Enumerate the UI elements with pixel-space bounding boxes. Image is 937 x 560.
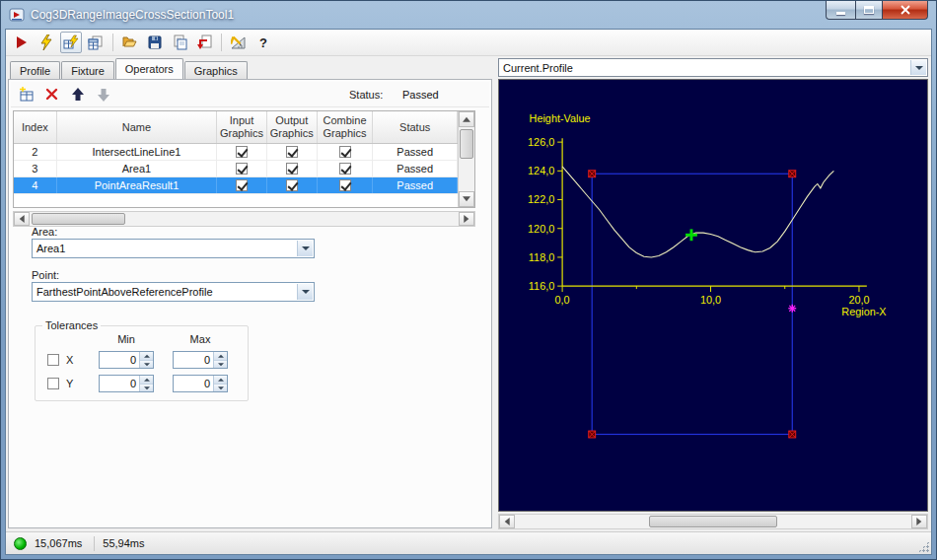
svg-text:122,0: 122,0 bbox=[528, 193, 554, 205]
svg-text:116,0: 116,0 bbox=[529, 280, 554, 292]
tolerance-x-checkbox[interactable] bbox=[47, 354, 59, 366]
scroll-left-button[interactable] bbox=[14, 212, 30, 226]
spin-up-icon[interactable] bbox=[214, 376, 227, 384]
column-header-output[interactable]: Output Graphics bbox=[267, 111, 318, 143]
electric-run-button[interactable] bbox=[60, 32, 82, 53]
display-selector-value: Current.Profile bbox=[503, 62, 573, 74]
spin-up-icon[interactable] bbox=[140, 376, 153, 384]
output-graphics-checkbox[interactable] bbox=[286, 163, 298, 175]
operators-page: Status: Passed Index Name Input Graphics… bbox=[8, 79, 492, 528]
help-button[interactable]: ? bbox=[252, 32, 274, 53]
grid-body: 2 IntersectLineLine1 Passed 3 Area1 bbox=[14, 144, 458, 207]
import-button[interactable] bbox=[193, 32, 215, 53]
display-selector[interactable]: Current.Profile bbox=[498, 58, 928, 77]
grid-row[interactable]: 3 Area1 Passed bbox=[14, 161, 458, 177]
combine-graphics-checkbox[interactable] bbox=[339, 146, 351, 158]
minimize-button[interactable] bbox=[826, 1, 855, 20]
svg-text:10,0: 10,0 bbox=[700, 294, 721, 306]
help-icon: ? bbox=[259, 35, 267, 50]
grid-row[interactable]: 2 IntersectLineLine1 Passed bbox=[14, 144, 458, 161]
svg-text:20,0: 20,0 bbox=[848, 294, 869, 306]
tolerance-x-max-spinner[interactable]: 0 bbox=[173, 351, 228, 369]
scrollbar-thumb[interactable] bbox=[460, 129, 473, 159]
run-status-led bbox=[14, 537, 27, 550]
toolbar-separator bbox=[112, 34, 113, 51]
scroll-up-button[interactable] bbox=[459, 111, 474, 127]
column-header-index[interactable]: Index bbox=[14, 111, 57, 143]
scroll-down-button[interactable] bbox=[459, 191, 474, 207]
chevron-down-icon[interactable] bbox=[910, 60, 926, 75]
svg-text:120,0: 120,0 bbox=[528, 223, 554, 235]
minimize-icon bbox=[836, 12, 845, 15]
spin-up-icon[interactable] bbox=[214, 352, 227, 360]
title-bar[interactable]: Cog3DRangeImageCrossSectionTool1 bbox=[1, 1, 936, 29]
move-down-button[interactable] bbox=[94, 85, 113, 105]
scrollbar-thumb[interactable] bbox=[649, 516, 777, 527]
paste-results-button[interactable] bbox=[169, 32, 190, 53]
point-combobox[interactable]: FarthestPointAboveReferenceProfile bbox=[32, 282, 315, 302]
chart-horizontal-scrollbar[interactable] bbox=[498, 514, 928, 529]
move-up-button[interactable] bbox=[68, 85, 88, 105]
tab-strip: Profile Fixture Operators Graphics bbox=[10, 59, 249, 79]
input-graphics-checkbox[interactable] bbox=[236, 146, 248, 158]
svg-text:Height-Value: Height-Value bbox=[530, 112, 591, 124]
grid-horizontal-scrollbar[interactable] bbox=[13, 211, 475, 227]
resize-grip[interactable] bbox=[918, 541, 929, 552]
spin-down-icon[interactable] bbox=[214, 360, 227, 368]
tolerances-title: Tolerances bbox=[42, 319, 101, 331]
tab-fixture[interactable]: Fixture bbox=[61, 61, 114, 79]
interactive-run-button[interactable] bbox=[36, 32, 57, 53]
scroll-left-button[interactable] bbox=[499, 515, 515, 528]
spin-down-icon[interactable] bbox=[140, 360, 153, 368]
scroll-right-button[interactable] bbox=[459, 212, 474, 226]
main-toolbar: ? bbox=[6, 30, 931, 56]
output-graphics-checkbox[interactable] bbox=[286, 146, 298, 158]
maximize-button[interactable] bbox=[855, 1, 883, 20]
grid-row[interactable]: 4 PointAreaResult1 Passed bbox=[14, 177, 458, 194]
spin-down-icon[interactable] bbox=[214, 384, 227, 391]
grid-vertical-scrollbar[interactable] bbox=[458, 111, 474, 207]
spin-up-icon[interactable] bbox=[140, 352, 153, 360]
setup-button[interactable] bbox=[228, 32, 250, 53]
svg-text:0,0: 0,0 bbox=[555, 294, 570, 306]
area-value: Area1 bbox=[36, 243, 65, 254]
svg-text:124,0: 124,0 bbox=[528, 165, 554, 176]
scrollbar-thumb[interactable] bbox=[32, 213, 125, 225]
spin-down-icon[interactable] bbox=[140, 384, 153, 391]
column-header-input[interactable]: Input Graphics bbox=[217, 111, 267, 143]
tolerance-y-checkbox[interactable] bbox=[47, 378, 59, 389]
tab-profile[interactable]: Profile bbox=[10, 61, 60, 79]
area-combobox[interactable]: Area1 bbox=[32, 239, 315, 258]
column-header-name[interactable]: Name bbox=[57, 111, 217, 143]
tab-graphics[interactable]: Graphics bbox=[184, 61, 248, 79]
run-button[interactable] bbox=[11, 32, 33, 53]
scroll-right-button[interactable] bbox=[911, 515, 927, 528]
tolerance-y-min-spinner[interactable]: 0 bbox=[99, 375, 154, 392]
combine-graphics-checkbox[interactable] bbox=[339, 179, 351, 191]
tolerance-x-min-spinner[interactable]: 0 bbox=[99, 351, 154, 369]
column-header-combine[interactable]: Combine Graphics bbox=[318, 111, 374, 143]
input-graphics-checkbox[interactable] bbox=[236, 179, 248, 191]
open-button[interactable] bbox=[119, 32, 141, 53]
tab-operators[interactable]: Operators bbox=[115, 58, 183, 79]
chevron-down-icon[interactable] bbox=[297, 241, 313, 256]
execution-time: 15,067ms bbox=[35, 537, 82, 549]
profile-chart-area[interactable]: 116,0118,0120,0122,0124,0126,00,010,020,… bbox=[498, 79, 928, 512]
add-operator-button[interactable] bbox=[17, 85, 36, 105]
profile-chart: 116,0118,0120,0122,0124,0126,00,010,020,… bbox=[499, 80, 927, 511]
results-grid-button[interactable] bbox=[85, 32, 107, 53]
tolerance-y-max-spinner[interactable]: 0 bbox=[173, 375, 228, 392]
column-header-status[interactable]: Status bbox=[373, 111, 458, 143]
tolerance-x-label: X bbox=[66, 354, 73, 366]
combine-graphics-checkbox[interactable] bbox=[339, 163, 351, 175]
status-value: Passed bbox=[402, 89, 439, 101]
delete-operator-button[interactable] bbox=[42, 85, 62, 105]
output-graphics-checkbox[interactable] bbox=[286, 179, 298, 191]
save-button[interactable] bbox=[144, 32, 166, 53]
close-button[interactable] bbox=[883, 1, 928, 20]
input-graphics-checkbox[interactable] bbox=[236, 163, 248, 175]
tool-window: Cog3DRangeImageCrossSectionTool1 ? bbox=[0, 0, 937, 560]
maximize-icon bbox=[864, 6, 874, 14]
close-icon bbox=[901, 5, 910, 15]
chevron-down-icon[interactable] bbox=[297, 284, 313, 300]
